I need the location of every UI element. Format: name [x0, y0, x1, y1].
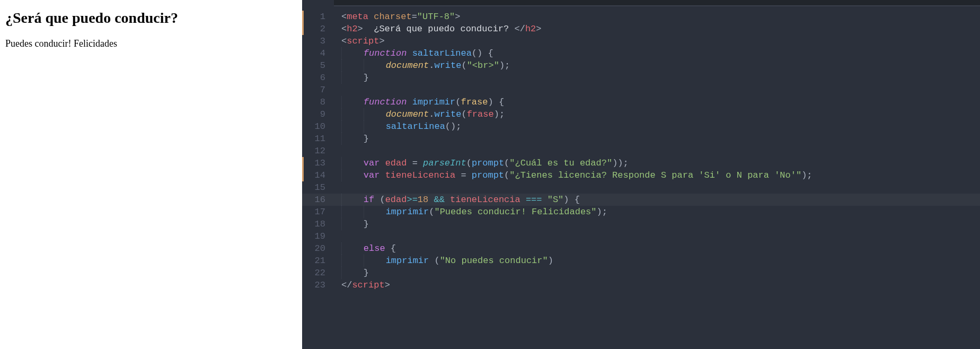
line-number: 14	[302, 169, 329, 181]
modified-line-marker	[302, 157, 304, 169]
line-number: 16	[302, 194, 329, 206]
line-number: 9	[302, 108, 329, 120]
line-number: 8	[302, 96, 329, 108]
code-line[interactable]: var tieneLicencia = prompt("¿Tienes lice…	[341, 169, 980, 181]
code-line[interactable]: function imprimir(frase) {	[341, 96, 980, 108]
code-line[interactable]: }	[341, 72, 980, 84]
code-line[interactable]	[341, 145, 980, 157]
line-number: 12	[302, 145, 329, 157]
code-line[interactable]: saltarLinea();	[341, 120, 980, 133]
code-line[interactable]: <meta charset="UTF-8">	[341, 11, 980, 23]
line-number: 7	[302, 84, 329, 96]
code-line[interactable]: }	[341, 133, 980, 145]
line-number: 18	[302, 218, 329, 230]
code-line[interactable]: }	[341, 267, 980, 279]
code-line[interactable]: document.write("<br>");	[341, 59, 980, 72]
line-number: 19	[302, 230, 329, 242]
preview-body-text: Puedes conducir! Felicidades	[5, 38, 297, 49]
line-number: 4	[302, 47, 329, 59]
browser-preview-pane: ¿Será que puedo conducir? Puedes conduci…	[0, 0, 302, 349]
line-number: 3	[302, 35, 329, 47]
code-area[interactable]: <meta charset="UTF-8"><h2> ¿Será que pue…	[334, 0, 980, 349]
code-line[interactable]	[341, 230, 980, 242]
code-line[interactable]: function saltarLinea() {	[341, 47, 980, 59]
code-line[interactable]: imprimir("Puedes conducir! Felicidades")…	[341, 206, 980, 218]
line-number: 11	[302, 133, 329, 145]
line-number: 21	[302, 255, 329, 267]
line-number: 5	[302, 59, 329, 72]
code-line[interactable]: imprimir ("No puedes conducir")	[341, 255, 980, 267]
code-line[interactable]: document.write(frase);	[341, 108, 980, 120]
line-number: 2	[302, 23, 329, 35]
line-number: 13	[302, 157, 329, 169]
code-line[interactable]: }	[341, 218, 980, 230]
line-number: 10	[302, 120, 329, 133]
code-line[interactable]: else {	[341, 242, 980, 255]
modified-line-marker	[302, 169, 304, 181]
line-number: 15	[302, 181, 329, 194]
preview-heading: ¿Será que puedo conducir?	[5, 10, 297, 27]
line-number: 1	[302, 11, 329, 23]
code-line[interactable]: <script>	[341, 35, 980, 47]
code-line[interactable]: <h2> ¿Será que puedo conducir? </h2>	[341, 23, 980, 35]
code-line[interactable]: var edad = parseInt(prompt("¿Cuál es tu …	[341, 157, 980, 169]
modified-line-marker	[302, 11, 304, 23]
line-number: 6	[302, 72, 329, 84]
line-number: 22	[302, 267, 329, 279]
code-line[interactable]: </script>	[341, 279, 980, 291]
modified-line-marker	[302, 23, 304, 35]
line-number: 17	[302, 206, 329, 218]
line-number: 23	[302, 279, 329, 291]
line-number: 20	[302, 242, 329, 255]
code-line[interactable]	[341, 181, 980, 194]
line-number-gutter: 1234567891011121314151617181920212223	[302, 0, 334, 349]
code-editor-pane[interactable]: 1234567891011121314151617181920212223 <m…	[302, 0, 980, 349]
code-line[interactable]: if (edad>=18 && tieneLicencia === "S") {	[341, 194, 980, 206]
code-line[interactable]	[341, 84, 980, 96]
